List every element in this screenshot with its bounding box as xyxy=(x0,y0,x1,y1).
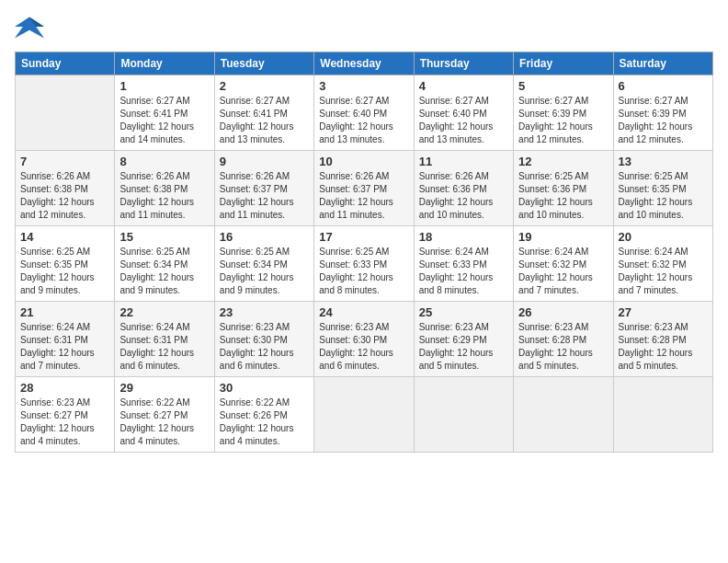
calendar-cell: 2Sunrise: 6:27 AM Sunset: 6:41 PM Daylig… xyxy=(214,75,313,151)
day-info: Sunrise: 6:27 AM Sunset: 6:40 PM Dayligh… xyxy=(419,95,508,146)
day-number: 8 xyxy=(119,155,209,168)
day-info: Sunrise: 6:22 AM Sunset: 6:26 PM Dayligh… xyxy=(220,396,309,448)
calendar-week-row: 28Sunrise: 6:23 AM Sunset: 6:27 PM Dayli… xyxy=(16,377,713,453)
day-number: 27 xyxy=(619,305,708,319)
day-number: 30 xyxy=(220,381,309,395)
day-info: Sunrise: 6:24 AM Sunset: 6:31 PM Dayligh… xyxy=(119,321,209,373)
day-number: 23 xyxy=(220,305,309,319)
day-number: 4 xyxy=(419,79,508,93)
day-number: 5 xyxy=(518,79,608,93)
day-info: Sunrise: 6:26 AM Sunset: 6:37 PM Dayligh… xyxy=(220,170,309,222)
calendar-cell: 29Sunrise: 6:22 AM Sunset: 6:27 PM Dayli… xyxy=(115,377,214,453)
calendar-cell: 24Sunrise: 6:23 AM Sunset: 6:30 PM Dayli… xyxy=(314,302,414,377)
day-info: Sunrise: 6:25 AM Sunset: 6:35 PM Dayligh… xyxy=(20,246,109,297)
day-number: 18 xyxy=(419,230,508,244)
day-info: Sunrise: 6:27 AM Sunset: 6:39 PM Dayligh… xyxy=(518,95,608,146)
logo-bird-icon xyxy=(15,15,44,40)
day-info: Sunrise: 6:26 AM Sunset: 6:38 PM Dayligh… xyxy=(119,170,209,222)
day-number: 19 xyxy=(518,230,608,244)
calendar-cell: 16Sunrise: 6:25 AM Sunset: 6:34 PM Dayli… xyxy=(214,226,313,302)
calendar-cell xyxy=(314,377,414,453)
calendar-cell: 17Sunrise: 6:25 AM Sunset: 6:33 PM Dayli… xyxy=(314,226,414,302)
day-info: Sunrise: 6:24 AM Sunset: 6:32 PM Dayligh… xyxy=(518,246,608,297)
weekday-header-friday: Friday xyxy=(514,52,613,75)
day-info: Sunrise: 6:24 AM Sunset: 6:33 PM Dayligh… xyxy=(419,246,508,297)
calendar-cell xyxy=(414,377,513,453)
day-number: 12 xyxy=(518,155,608,168)
day-number: 26 xyxy=(518,305,608,319)
calendar-cell: 7Sunrise: 6:26 AM Sunset: 6:38 PM Daylig… xyxy=(16,151,115,226)
day-number: 9 xyxy=(220,155,309,168)
weekday-header-monday: Monday xyxy=(115,52,214,75)
day-info: Sunrise: 6:25 AM Sunset: 6:34 PM Dayligh… xyxy=(119,246,209,297)
calendar-cell: 18Sunrise: 6:24 AM Sunset: 6:33 PM Dayli… xyxy=(414,226,513,302)
calendar-cell: 28Sunrise: 6:23 AM Sunset: 6:27 PM Dayli… xyxy=(16,377,115,453)
day-info: Sunrise: 6:25 AM Sunset: 6:36 PM Dayligh… xyxy=(518,170,608,222)
weekday-header-sunday: Sunday xyxy=(16,52,115,75)
calendar-cell: 21Sunrise: 6:24 AM Sunset: 6:31 PM Dayli… xyxy=(16,302,115,377)
day-info: Sunrise: 6:27 AM Sunset: 6:41 PM Dayligh… xyxy=(220,95,309,146)
day-number: 13 xyxy=(619,155,708,168)
day-info: Sunrise: 6:23 AM Sunset: 6:29 PM Dayligh… xyxy=(419,321,508,373)
calendar-cell: 11Sunrise: 6:26 AM Sunset: 6:36 PM Dayli… xyxy=(414,151,513,226)
day-number: 1 xyxy=(119,79,209,93)
day-number: 22 xyxy=(119,305,209,319)
day-info: Sunrise: 6:23 AM Sunset: 6:30 PM Dayligh… xyxy=(220,321,309,373)
day-info: Sunrise: 6:23 AM Sunset: 6:28 PM Dayligh… xyxy=(518,321,608,373)
day-info: Sunrise: 6:24 AM Sunset: 6:32 PM Dayligh… xyxy=(619,246,708,297)
calendar-cell xyxy=(16,75,115,151)
calendar-cell xyxy=(613,377,712,453)
calendar-cell: 1Sunrise: 6:27 AM Sunset: 6:41 PM Daylig… xyxy=(115,75,214,151)
weekday-header-thursday: Thursday xyxy=(414,52,513,75)
calendar-cell: 15Sunrise: 6:25 AM Sunset: 6:34 PM Dayli… xyxy=(115,226,214,302)
day-number: 14 xyxy=(20,230,109,244)
calendar-cell: 22Sunrise: 6:24 AM Sunset: 6:31 PM Dayli… xyxy=(115,302,214,377)
calendar-cell: 10Sunrise: 6:26 AM Sunset: 6:37 PM Dayli… xyxy=(314,151,414,226)
day-info: Sunrise: 6:24 AM Sunset: 6:31 PM Dayligh… xyxy=(20,321,109,373)
day-number: 17 xyxy=(319,230,408,244)
day-number: 25 xyxy=(419,305,508,319)
calendar-cell: 25Sunrise: 6:23 AM Sunset: 6:29 PM Dayli… xyxy=(414,302,513,377)
calendar-cell: 3Sunrise: 6:27 AM Sunset: 6:40 PM Daylig… xyxy=(314,75,414,151)
calendar-week-row: 1Sunrise: 6:27 AM Sunset: 6:41 PM Daylig… xyxy=(16,75,713,151)
calendar-week-row: 14Sunrise: 6:25 AM Sunset: 6:35 PM Dayli… xyxy=(16,226,713,302)
day-number: 24 xyxy=(319,305,408,319)
calendar-cell: 26Sunrise: 6:23 AM Sunset: 6:28 PM Dayli… xyxy=(514,302,613,377)
calendar-cell: 30Sunrise: 6:22 AM Sunset: 6:26 PM Dayli… xyxy=(214,377,313,453)
svg-marker-0 xyxy=(15,17,44,38)
day-info: Sunrise: 6:27 AM Sunset: 6:41 PM Dayligh… xyxy=(119,95,209,146)
day-info: Sunrise: 6:22 AM Sunset: 6:27 PM Dayligh… xyxy=(119,396,209,448)
calendar-cell xyxy=(514,377,613,453)
day-number: 10 xyxy=(319,155,408,168)
calendar-week-row: 21Sunrise: 6:24 AM Sunset: 6:31 PM Dayli… xyxy=(16,302,713,377)
day-number: 2 xyxy=(220,79,309,93)
page-header xyxy=(15,15,713,40)
day-info: Sunrise: 6:25 AM Sunset: 6:33 PM Dayligh… xyxy=(319,246,408,297)
day-number: 15 xyxy=(119,230,209,244)
day-number: 21 xyxy=(20,305,109,319)
day-number: 3 xyxy=(319,79,408,93)
day-info: Sunrise: 6:23 AM Sunset: 6:28 PM Dayligh… xyxy=(619,321,708,373)
weekday-header-wednesday: Wednesday xyxy=(314,52,414,75)
day-info: Sunrise: 6:26 AM Sunset: 6:37 PM Dayligh… xyxy=(319,170,408,222)
day-number: 16 xyxy=(220,230,309,244)
calendar-cell: 20Sunrise: 6:24 AM Sunset: 6:32 PM Dayli… xyxy=(613,226,712,302)
calendar-cell: 19Sunrise: 6:24 AM Sunset: 6:32 PM Dayli… xyxy=(514,226,613,302)
calendar-table: SundayMondayTuesdayWednesdayThursdayFrid… xyxy=(15,52,713,453)
calendar-cell: 13Sunrise: 6:25 AM Sunset: 6:35 PM Dayli… xyxy=(613,151,712,226)
day-number: 29 xyxy=(119,381,209,395)
day-number: 6 xyxy=(619,79,708,93)
calendar-cell: 8Sunrise: 6:26 AM Sunset: 6:38 PM Daylig… xyxy=(115,151,214,226)
calendar-cell: 5Sunrise: 6:27 AM Sunset: 6:39 PM Daylig… xyxy=(514,75,613,151)
day-info: Sunrise: 6:25 AM Sunset: 6:35 PM Dayligh… xyxy=(619,170,708,222)
calendar-cell: 4Sunrise: 6:27 AM Sunset: 6:40 PM Daylig… xyxy=(414,75,513,151)
calendar-cell: 9Sunrise: 6:26 AM Sunset: 6:37 PM Daylig… xyxy=(214,151,313,226)
calendar-week-row: 7Sunrise: 6:26 AM Sunset: 6:38 PM Daylig… xyxy=(16,151,713,226)
weekday-header-tuesday: Tuesday xyxy=(214,52,313,75)
logo xyxy=(15,15,48,40)
calendar-cell: 6Sunrise: 6:27 AM Sunset: 6:39 PM Daylig… xyxy=(613,75,712,151)
day-info: Sunrise: 6:23 AM Sunset: 6:30 PM Dayligh… xyxy=(319,321,408,373)
day-number: 20 xyxy=(619,230,708,244)
calendar-cell: 14Sunrise: 6:25 AM Sunset: 6:35 PM Dayli… xyxy=(16,226,115,302)
day-info: Sunrise: 6:25 AM Sunset: 6:34 PM Dayligh… xyxy=(220,246,309,297)
